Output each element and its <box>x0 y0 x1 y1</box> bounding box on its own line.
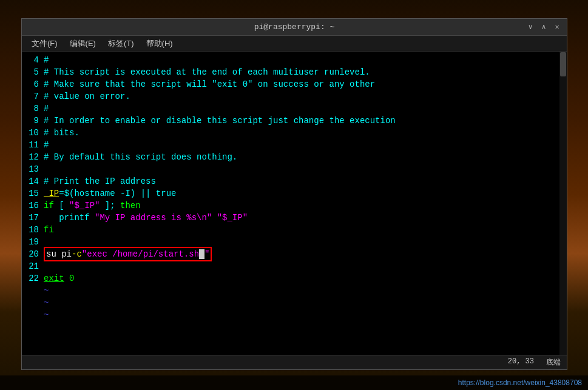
line-content-8: # <box>44 103 49 115</box>
code-line-5: 5 # This script is executed at the end o… <box>22 66 558 78</box>
menu-help[interactable]: 帮助(H) <box>141 37 178 50</box>
scrollbar[interactable] <box>559 52 567 355</box>
line-content-5: # This script is executed at the end of … <box>44 66 370 78</box>
code-line-6: 6 # Make sure that the script will "exit… <box>22 78 558 90</box>
line-num-19: 19 <box>22 236 44 248</box>
line-num-17: 17 <box>22 212 44 224</box>
code-line-14: 14 # Print the IP address <box>22 175 558 187</box>
code-line-18: 18 fi <box>22 224 558 236</box>
line-num-16: 16 <box>22 200 44 212</box>
line-num-8: 8 <box>22 103 44 115</box>
code-line-8: 8 # <box>22 103 558 115</box>
code-line-13: 13 <box>22 163 558 175</box>
tilde-line-2: ~ <box>22 297 558 309</box>
window-controls: ∨ ∧ ✕ <box>525 22 562 32</box>
status-right: 20, 33 底端 <box>508 357 561 368</box>
line-content-12: # By default this script does nothing. <box>44 151 237 163</box>
line-num-15: 15 <box>22 187 44 200</box>
line-content-10: # bits. <box>44 127 79 139</box>
code-line-17: 17 printf "My IP address is %s\n" "$_IP" <box>22 212 558 224</box>
code-line-10: 10 # bits. <box>22 127 558 139</box>
url-text: https://blog.csdn.net/weixin_43808708 <box>458 378 582 387</box>
tilde-line-1: ~ <box>22 284 558 297</box>
menu-bar: 文件(F) 编辑(E) 标签(T) 帮助(H) <box>22 36 567 52</box>
tilde-3: ~ <box>44 309 49 321</box>
window-title: pi@raspberrypi: ~ <box>254 22 335 32</box>
scrollbar-thumb[interactable] <box>560 52 566 76</box>
line-num-10: 10 <box>22 127 44 139</box>
line-content-22: exit 0 <box>44 272 74 284</box>
code-area: 4 # 5 # This script is executed at the e… <box>22 52 567 355</box>
code-line-9: 9 # In order to enable or disable this s… <box>22 115 558 127</box>
menu-tags[interactable]: 标签(T) <box>103 37 139 50</box>
line-content-4: # <box>44 54 49 66</box>
maximize-button[interactable]: ∧ <box>539 22 549 32</box>
title-bar: pi@raspberrypi: ~ ∨ ∧ ✕ <box>22 19 567 36</box>
code-line-4: 4 # <box>22 54 558 66</box>
status-bar: 20, 33 底端 <box>22 355 567 369</box>
line-content-6: # Make sure that the script will "exit 0… <box>44 78 375 90</box>
line-content-7: # value on error. <box>44 90 130 103</box>
line-num-22: 22 <box>22 272 44 284</box>
code-line-20: 20 su pi -c "exec /home/pi/start.sh" <box>22 248 558 260</box>
url-bar: https://blog.csdn.net/weixin_43808708 <box>0 375 588 390</box>
code-line-21: 21 <box>22 260 558 272</box>
line-num-9: 9 <box>22 115 44 127</box>
tilde-line-3: ~ <box>22 309 558 321</box>
code-line-15: 15 _IP=$(hostname -I) || true <box>22 187 558 200</box>
terminal-content: 4 # 5 # This script is executed at the e… <box>22 52 567 355</box>
menu-edit[interactable]: 编辑(E) <box>65 37 101 50</box>
code-line-22: 22 exit 0 <box>22 272 558 284</box>
line-num-12: 12 <box>22 151 44 163</box>
line-content-20: su pi -c "exec /home/pi/start.sh" <box>44 247 212 261</box>
line-num-5: 5 <box>22 66 44 78</box>
code-line-16: 16 if [ "$_IP" ]; then <box>22 200 558 212</box>
line-num-7: 7 <box>22 90 44 103</box>
code-line-12: 12 # By default this script does nothing… <box>22 151 558 163</box>
line-num-14: 14 <box>22 175 44 187</box>
line-content-16: if [ "$_IP" ]; then <box>44 200 141 212</box>
tilde-1: ~ <box>44 284 49 297</box>
code-line-11: 11 # <box>22 139 558 151</box>
menu-file[interactable]: 文件(F) <box>27 37 63 50</box>
line-num-13: 13 <box>22 163 44 175</box>
line-content-18: fi <box>44 224 54 236</box>
minimize-button[interactable]: ∨ <box>525 22 535 32</box>
cursor-position: 20, 33 <box>508 357 534 368</box>
line-num-4: 4 <box>22 54 44 66</box>
line-content-11: # <box>44 139 49 151</box>
line-num-18: 18 <box>22 224 44 236</box>
status-mode: 底端 <box>546 357 561 368</box>
line-num-20: 20 <box>22 248 44 260</box>
line-num-21: 21 <box>22 260 44 272</box>
line-content-15: _IP=$(hostname -I) || true <box>44 187 176 200</box>
code-line-7: 7 # value on error. <box>22 90 558 103</box>
line-num-6: 6 <box>22 78 44 90</box>
terminal-window: pi@raspberrypi: ~ ∨ ∧ ✕ 文件(F) 编辑(E) 标签(T… <box>21 18 567 370</box>
line-content-17: printf "My IP address is %s\n" "$_IP" <box>44 212 248 224</box>
tilde-2: ~ <box>44 297 49 309</box>
cursor <box>199 249 204 259</box>
code-line-19: 19 <box>22 236 558 248</box>
line-num-11: 11 <box>22 139 44 151</box>
line-content-14: # Print the IP address <box>44 175 156 187</box>
line-content-9: # In order to enable or disable this scr… <box>44 115 396 127</box>
close-button[interactable]: ✕ <box>552 22 562 32</box>
highlighted-command: su pi -c "exec /home/pi/start.sh" <box>44 247 212 261</box>
